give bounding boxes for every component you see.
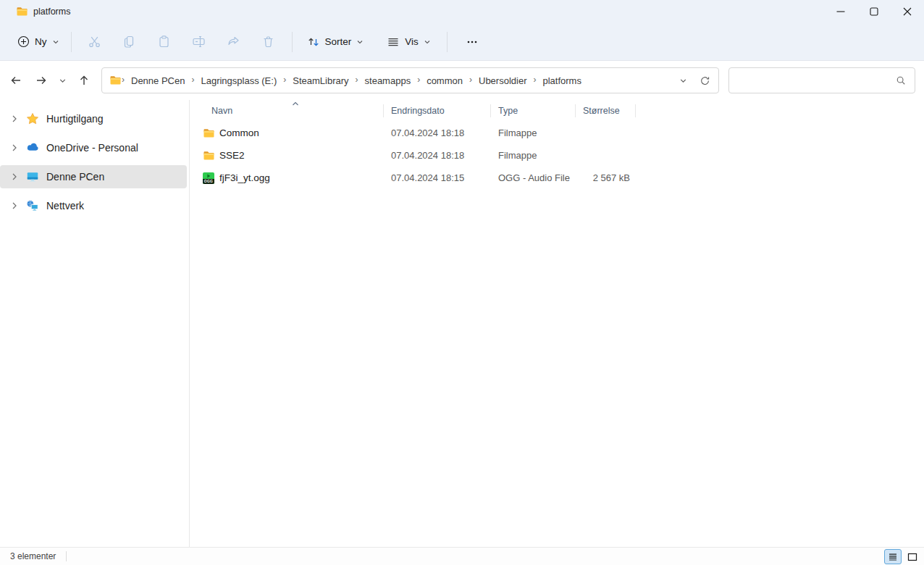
this-pc-icon — [26, 170, 39, 183]
column-headers: Navn Endringsdato Type Størrelse — [190, 100, 924, 122]
breadcrumb-steamlibrary[interactable]: SteamLibrary — [287, 75, 354, 86]
sidebar-item-denne-pcen[interactable]: Denne PCen — [0, 165, 187, 188]
close-button[interactable] — [891, 0, 924, 23]
details-view-button[interactable] — [884, 549, 902, 564]
column-header-endringsdato[interactable]: Endringsdato — [384, 100, 491, 122]
status-bar: 3 elementer — [0, 547, 924, 565]
column-header-label: Type — [498, 106, 518, 116]
command-bar: Ny Sorter — [0, 23, 924, 61]
large-icons-view-icon — [907, 552, 917, 562]
rename-button[interactable] — [185, 30, 214, 54]
breadcrumb-separator: › — [469, 75, 473, 85]
chevron-down-icon — [59, 77, 67, 85]
copy-button[interactable] — [115, 30, 144, 54]
large-icons-view-button[interactable] — [904, 549, 921, 564]
title-bar: platforms — [0, 0, 924, 23]
window-title: platforms — [33, 7, 70, 17]
view-button-label: Vis — [405, 36, 419, 47]
search-icon — [896, 75, 906, 85]
address-dropdown-button[interactable] — [672, 69, 694, 92]
folder-icon — [203, 150, 214, 162]
delete-button[interactable] — [254, 30, 283, 54]
column-header-label: Størrelse — [583, 106, 620, 116]
sidebar-item-hurtigtilgang[interactable]: Hurtigtilgang — [0, 107, 187, 130]
file-type: Filmappe — [491, 127, 576, 138]
share-icon — [227, 35, 240, 49]
file-row-common[interactable]: Common 07.04.2024 18:18 Filmappe — [190, 122, 924, 144]
up-button[interactable] — [72, 69, 96, 92]
file-name: SSE2 — [219, 150, 245, 161]
chevron-right-icon[interactable] — [9, 171, 20, 183]
up-arrow-icon — [77, 74, 91, 87]
breadcrumb-separator: › — [121, 75, 125, 85]
cut-button[interactable] — [80, 30, 109, 54]
sidebar-item-label: Hurtigtilgang — [46, 113, 104, 125]
address-bar[interactable]: › Denne PCen › Lagringsplass (E:) › Stea… — [101, 67, 719, 93]
breadcrumb-separator: › — [190, 75, 195, 85]
breadcrumb-lagringsplass[interactable]: Lagringsplass (E:) — [195, 75, 282, 86]
breadcrumb-separator: › — [416, 75, 421, 85]
column-header-label: Endringsdato — [391, 106, 445, 116]
file-type: OGG - Audio File — [491, 172, 576, 183]
chevron-right-icon[interactable] — [9, 142, 20, 154]
file-date: 07.04.2024 18:18 — [384, 127, 491, 138]
sidebar-item-nettverk[interactable]: Nettverk — [0, 194, 187, 217]
see-more-button[interactable] — [458, 30, 487, 54]
maximize-button[interactable] — [857, 0, 891, 23]
chevron-down-icon — [52, 38, 59, 46]
toolbar-separator — [292, 32, 293, 52]
file-date: 07.04.2024 18:15 — [384, 172, 491, 183]
network-icon — [26, 199, 39, 212]
address-bar-controls — [672, 69, 718, 92]
paste-button[interactable] — [150, 30, 179, 54]
breadcrumb-steamapps[interactable]: steamapps — [359, 75, 417, 86]
plus-circle-icon — [17, 35, 30, 48]
column-header-storrelse[interactable]: Størrelse — [576, 100, 636, 122]
back-arrow-icon — [9, 74, 22, 87]
file-date: 07.04.2024 18:18 — [384, 150, 491, 161]
minimize-button[interactable] — [824, 0, 857, 23]
paste-icon — [157, 35, 171, 49]
ogg-audio-icon: OGG — [203, 172, 214, 184]
file-type: Filmappe — [491, 150, 576, 161]
sort-button-label: Sorter — [325, 36, 352, 47]
file-name: Common — [219, 127, 259, 138]
breadcrumb-common[interactable]: common — [421, 75, 469, 86]
breadcrumb-ubersoldier[interactable]: Ubersoldier — [473, 75, 532, 86]
maximize-icon — [870, 7, 878, 16]
view-toggles — [884, 548, 921, 565]
chevron-down-icon — [356, 38, 364, 46]
search-input[interactable] — [729, 68, 896, 93]
copy-icon — [122, 35, 136, 49]
back-button[interactable] — [4, 69, 28, 92]
toolbar-separator — [71, 32, 72, 52]
folder-icon — [16, 6, 28, 17]
column-header-label: Navn — [211, 106, 232, 116]
navigation-pane: Hurtigtilgang OneDrive - Personal Denne … — [0, 100, 190, 547]
chevron-right-icon[interactable] — [9, 113, 20, 125]
rename-icon — [192, 35, 206, 49]
breadcrumb-denne-pcen[interactable]: Denne PCen — [125, 75, 190, 86]
share-button[interactable] — [219, 30, 248, 54]
breadcrumb-separator: › — [355, 75, 359, 85]
file-row-ogg[interactable]: OGG fjF3i_yt.ogg 07.04.2024 18:15 OGG - … — [190, 167, 924, 189]
chevron-right-icon[interactable] — [9, 200, 20, 212]
window-controls — [824, 0, 924, 23]
column-header-navn[interactable]: Navn — [190, 100, 384, 122]
column-header-type[interactable]: Type — [491, 100, 576, 122]
see-more-icon — [466, 35, 479, 49]
new-button[interactable]: Ny — [10, 30, 67, 53]
breadcrumb-platforms[interactable]: platforms — [537, 75, 587, 86]
edit-actions-group — [80, 30, 283, 54]
refresh-button[interactable] — [694, 69, 715, 92]
recent-locations-button[interactable] — [53, 69, 72, 92]
onedrive-cloud-icon — [26, 141, 39, 154]
forward-button[interactable] — [30, 69, 53, 92]
sort-button[interactable]: Sorter — [300, 30, 371, 54]
file-row-sse2[interactable]: SSE2 07.04.2024 18:18 Filmappe — [190, 144, 924, 167]
view-button[interactable]: Vis — [379, 30, 438, 54]
folder-icon — [203, 127, 214, 139]
sidebar-item-onedrive[interactable]: OneDrive - Personal — [0, 136, 187, 159]
file-list: Navn Endringsdato Type Størrelse Common — [190, 100, 924, 547]
file-explorer-window: platforms Ny — [0, 0, 924, 565]
